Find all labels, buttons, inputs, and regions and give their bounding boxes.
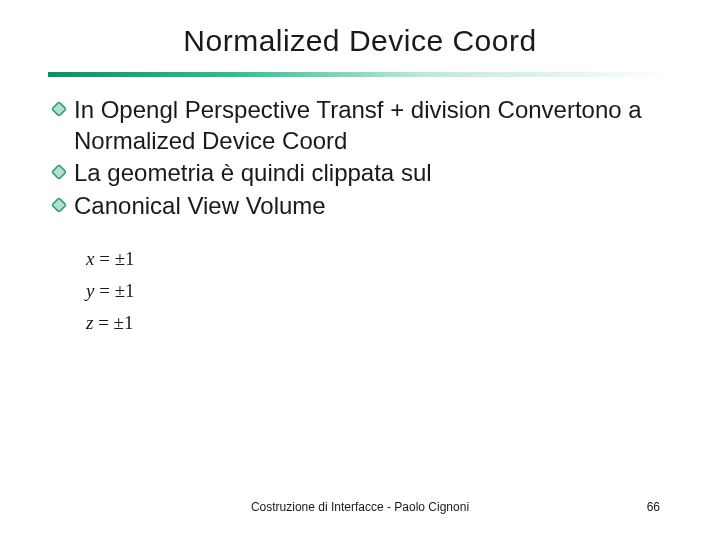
slide: Normalized Device Coord In Opengl Perspe… — [0, 0, 720, 540]
title-underline — [48, 72, 672, 77]
footer-text: Costruzione di Interfacce - Paolo Cignon… — [0, 500, 720, 514]
bullet-text: La geometria è quindi clippata sul — [74, 158, 432, 189]
content-area: In Opengl Perspective Transf + division … — [48, 95, 672, 334]
formula-y: y = ±1 — [86, 280, 668, 302]
bullet-text: In Opengl Perspective Transf + division … — [74, 95, 668, 156]
page-title: Normalized Device Coord — [48, 24, 672, 58]
bullet-text: Canonical View Volume — [74, 191, 326, 222]
list-item: Canonical View Volume — [52, 191, 668, 222]
list-item: In Opengl Perspective Transf + division … — [52, 95, 668, 156]
diamond-bullet-icon — [52, 102, 66, 116]
formula-z: z = ±1 — [86, 312, 668, 334]
formula-block: x = ±1 y = ±1 z = ±1 — [86, 248, 668, 334]
formula-x: x = ±1 — [86, 248, 668, 270]
page-number: 66 — [647, 500, 660, 514]
diamond-bullet-icon — [52, 198, 66, 212]
list-item: La geometria è quindi clippata sul — [52, 158, 668, 189]
diamond-bullet-icon — [52, 165, 66, 179]
